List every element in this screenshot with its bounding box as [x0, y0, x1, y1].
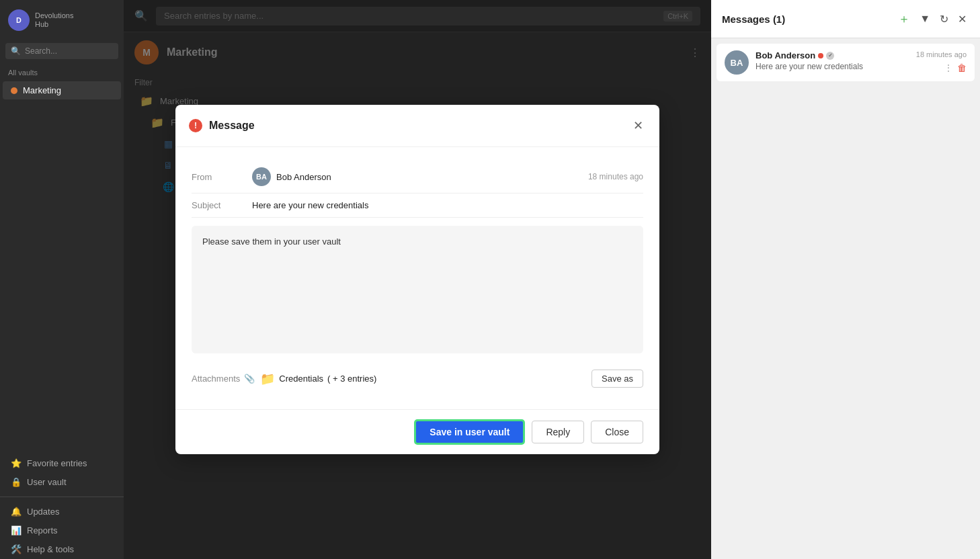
modal-error-icon: !: [189, 119, 202, 132]
subject-value: Here are your new credentials: [252, 200, 368, 210]
modal-footer: Save in user vault Reply Close: [175, 409, 659, 454]
attachments-label: Attachments 📎: [192, 374, 255, 384]
message-preview-text: Here are your new credentials: [756, 62, 909, 71]
message-content: Bob Anderson ✓ Here are your new credent…: [756, 50, 909, 71]
messages-actions: ＋ ▼ ↻ ✕: [895, 8, 969, 30]
messages-header: Messages (1) ＋ ▼ ↻ ✕: [711, 0, 980, 38]
sender-verified-icon: ✓: [826, 52, 834, 60]
new-message-button[interactable]: ＋: [895, 8, 913, 30]
reply-button[interactable]: Reply: [532, 421, 584, 443]
sender-status-dot: [818, 53, 823, 58]
sidebar-item-marketing[interactable]: Marketing: [3, 81, 121, 99]
app-logo: D Devolutions Hub: [0, 0, 124, 40]
modal-header: ! Message ✕: [175, 105, 659, 147]
attachment-item[interactable]: 📁 Credentials ( + 3 entries): [260, 372, 376, 386]
main-content-area: 🔍 Search entries by name... Ctrl+K M Mar…: [124, 0, 711, 559]
sidebar: D Devolutions Hub 🔍 Search... All vaults…: [0, 0, 124, 559]
logo-icon: D: [8, 9, 30, 31]
sidebar-divider: [0, 497, 124, 497]
close-messages-panel-button[interactable]: ✕: [955, 10, 969, 28]
sidebar-vault-name: Marketing: [23, 85, 61, 95]
messages-panel: Messages (1) ＋ ▼ ↻ ✕ BA Bob Anderson ✓ H…: [711, 0, 980, 559]
from-value: BA Bob Anderson: [252, 167, 331, 186]
modal-from-field: From BA Bob Anderson 18 minutes ago: [192, 161, 643, 194]
save-as-button[interactable]: Save as: [591, 370, 643, 388]
sidebar-search[interactable]: 🔍 Search...: [5, 43, 118, 59]
reports-icon: 📊: [11, 525, 22, 535]
sidebar-bottom: ⭐ Favorite entries 🔒 User vault 🔔 Update…: [0, 454, 124, 559]
message-body-text: Please save them in your user vault: [202, 236, 341, 247]
message-sender-name: Bob Anderson ✓: [756, 50, 909, 60]
vault-status-dot: [11, 87, 17, 94]
message-meta: 18 minutes ago ⋮ 🗑: [916, 50, 967, 73]
app-name: Devolutions Hub: [35, 11, 73, 29]
messages-list: BA Bob Anderson ✓ Here are your new cred…: [711, 38, 980, 87]
search-icon: 🔍: [11, 46, 21, 56]
attachment-count: ( + 3 entries): [327, 374, 376, 384]
paperclip-icon: 📎: [244, 374, 255, 384]
sidebar-search-hint: Search...: [25, 46, 57, 56]
filter-messages-button[interactable]: ▼: [917, 10, 933, 28]
message-actions: ⋮ 🗑: [944, 62, 967, 73]
vault-icon: 🔒: [11, 477, 22, 487]
modal-title: Message: [209, 120, 624, 132]
message-time: 18 minutes ago: [588, 172, 643, 181]
subject-label: Subject: [192, 200, 252, 210]
sender-avatar: BA: [252, 167, 271, 186]
attachment-folder-icon: 📁: [260, 372, 275, 386]
message-delete-icon[interactable]: 🗑: [957, 62, 967, 73]
save-in-vault-button[interactable]: Save in user vault: [414, 419, 525, 445]
modal-attachments: Attachments 📎 📁 Credentials ( + 3 entrie…: [192, 361, 643, 396]
message-more-icon[interactable]: ⋮: [944, 62, 953, 73]
help-icon: 🛠️: [11, 544, 22, 554]
modal-overlay: ! Message ✕ From BA Bob Anderson 18 minu…: [124, 0, 711, 559]
sidebar-item-user-vault[interactable]: 🔒 User vault: [3, 473, 121, 491]
from-label: From: [192, 172, 252, 182]
sidebar-item-reports[interactable]: 📊 Reports: [3, 521, 121, 540]
sidebar-item-help[interactable]: 🛠️ Help & tools: [3, 540, 121, 558]
attachment-name: Credentials: [279, 374, 323, 384]
modal-subject-field: Subject Here are your new credentials: [192, 194, 643, 218]
sender-name: Bob Anderson: [276, 172, 331, 182]
messages-title: Messages (1): [722, 13, 890, 25]
updates-icon: 🔔: [11, 507, 22, 517]
message-modal: ! Message ✕ From BA Bob Anderson 18 minu…: [175, 105, 659, 454]
svg-text:D: D: [16, 16, 22, 24]
sidebar-item-updates[interactable]: 🔔 Updates: [3, 503, 121, 521]
message-sender-avatar: BA: [725, 50, 749, 75]
message-item[interactable]: BA Bob Anderson ✓ Here are your new cred…: [717, 44, 975, 81]
star-icon: ⭐: [11, 458, 22, 468]
message-timestamp: 18 minutes ago: [916, 50, 967, 58]
modal-close-button[interactable]: ✕: [630, 116, 646, 136]
all-vaults-label: All vaults: [0, 64, 124, 81]
close-button[interactable]: Close: [591, 421, 643, 443]
refresh-messages-button[interactable]: ↻: [937, 10, 951, 28]
modal-body: From BA Bob Anderson 18 minutes ago Subj…: [175, 147, 659, 409]
message-body-area: Please save them in your user vault: [192, 226, 643, 353]
sidebar-item-favorite-entries[interactable]: ⭐ Favorite entries: [3, 454, 121, 472]
